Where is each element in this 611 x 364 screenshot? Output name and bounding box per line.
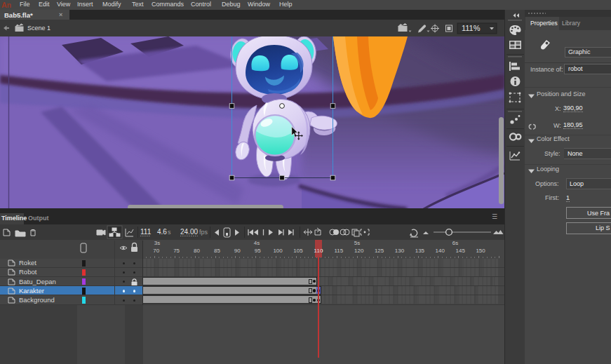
svg-text:4.6: 4.6 — [157, 228, 167, 236]
svg-text:111: 111 — [140, 228, 152, 236]
svg-text:s: s — [168, 229, 171, 236]
svg-text:111%: 111% — [462, 24, 481, 32]
svg-text:fps: fps — [199, 229, 208, 236]
svg-text:24.00: 24.00 — [180, 228, 198, 236]
